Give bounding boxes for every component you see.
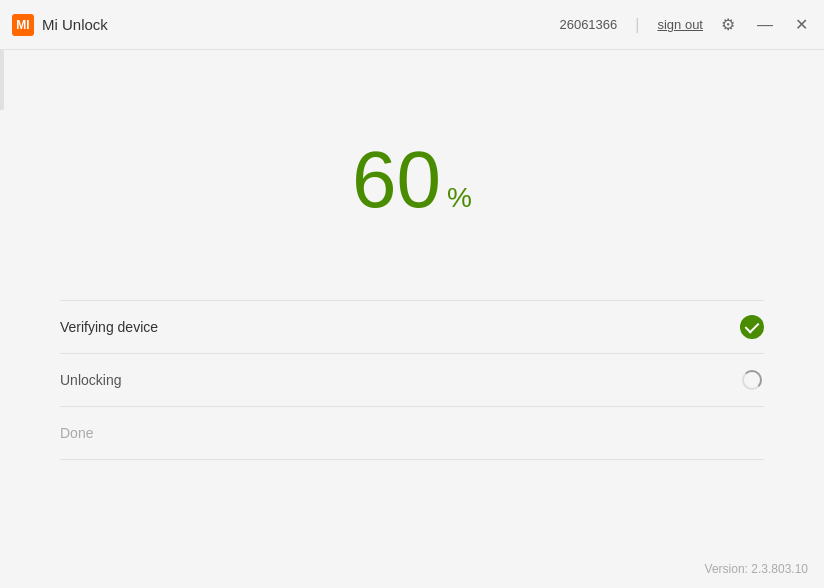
progress-percent: % <box>447 182 472 214</box>
step-label-unlocking: Unlocking <box>60 372 121 388</box>
settings-icon[interactable]: ⚙ <box>717 13 739 36</box>
spinner-icon-unlocking <box>742 370 762 390</box>
step-item-done: Done <box>60 407 764 460</box>
title-right: 26061366 | sign out ⚙ — ✕ <box>559 13 812 36</box>
check-icon-verifying <box>740 315 764 339</box>
step-status-unlocking <box>740 368 764 392</box>
title-bar: MI Mi Unlock 26061366 | sign out ⚙ — ✕ <box>0 0 824 50</box>
step-label-done: Done <box>60 425 93 441</box>
step-status-done <box>740 421 764 445</box>
close-icon[interactable]: ✕ <box>791 13 812 36</box>
step-status-verifying <box>740 315 764 339</box>
step-label-verifying: Verifying device <box>60 319 158 335</box>
user-id: 26061366 <box>559 17 617 32</box>
separator: | <box>635 16 639 34</box>
sidebar-hint <box>0 50 4 110</box>
title-left: MI Mi Unlock <box>12 14 108 36</box>
main-content: 60 % Verifying device Unlocking Done <box>0 50 824 588</box>
sign-out-link[interactable]: sign out <box>657 17 703 32</box>
steps-list: Verifying device Unlocking Done <box>60 300 764 460</box>
app-title: Mi Unlock <box>42 16 108 33</box>
logo-text: MI <box>16 18 29 32</box>
progress-number: 60 <box>352 140 441 220</box>
progress-section: 60 % <box>352 140 472 220</box>
mi-logo: MI <box>12 14 34 36</box>
version-footer: Version: 2.3.803.10 <box>705 562 808 576</box>
minimize-icon[interactable]: — <box>753 14 777 36</box>
step-item-verifying: Verifying device <box>60 300 764 354</box>
version-text: Version: 2.3.803.10 <box>705 562 808 576</box>
step-item-unlocking: Unlocking <box>60 354 764 407</box>
